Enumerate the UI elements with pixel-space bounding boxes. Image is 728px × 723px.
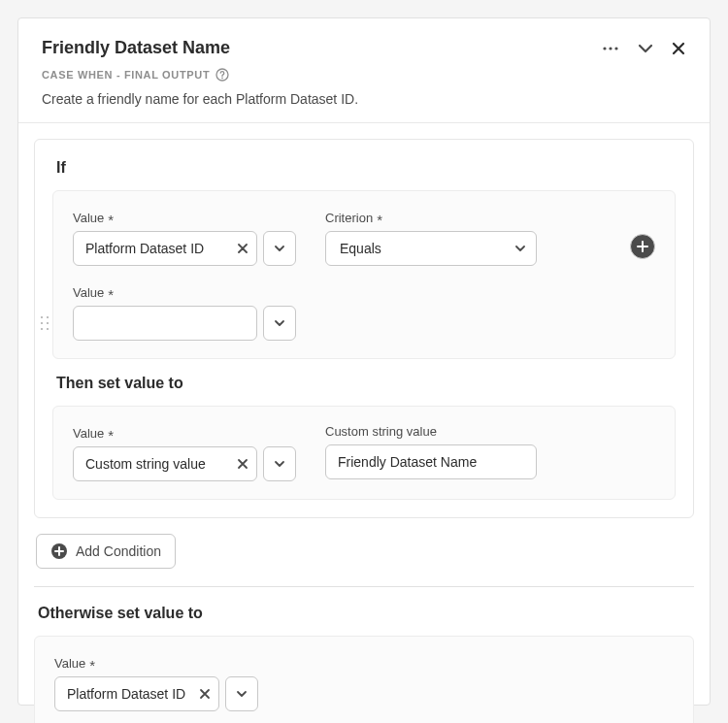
svg-point-0 bbox=[603, 47, 606, 49]
then-row: Value* Custom string value bbox=[73, 424, 655, 481]
value1-combo: Platform Dataset ID bbox=[73, 231, 296, 266]
custom-string-input[interactable] bbox=[325, 444, 537, 479]
panel-subtitle: CASE WHEN - FINAL OUTPUT bbox=[42, 68, 686, 82]
svg-point-7 bbox=[41, 322, 43, 324]
then-value-combo: Custom string value bbox=[73, 446, 296, 481]
close-icon[interactable] bbox=[671, 41, 686, 56]
svg-point-6 bbox=[47, 316, 49, 318]
otherwise-value-text: Platform Dataset ID bbox=[67, 686, 185, 702]
svg-point-9 bbox=[41, 328, 43, 330]
collapse-icon[interactable] bbox=[638, 41, 653, 56]
otherwise-value-label: Value* bbox=[54, 654, 674, 671]
then-heading: Then set value to bbox=[56, 375, 676, 392]
otherwise-box: Value* Platform Dataset ID bbox=[34, 636, 694, 723]
value2-group: Value* bbox=[73, 283, 296, 341]
subtitle-text: CASE WHEN - FINAL OUTPUT bbox=[42, 69, 210, 81]
panel-actions bbox=[601, 39, 686, 58]
svg-point-2 bbox=[614, 47, 617, 49]
then-value-dropdown-button[interactable] bbox=[263, 446, 296, 481]
otherwise-value-combo: Platform Dataset ID bbox=[54, 676, 674, 711]
svg-point-8 bbox=[47, 322, 49, 324]
then-value-group: Value* Custom string value bbox=[73, 424, 296, 481]
divider bbox=[34, 586, 694, 587]
then-value-input[interactable]: Custom string value bbox=[73, 446, 257, 481]
if-condition-box: Value* Platform Dataset ID bbox=[52, 190, 676, 359]
drag-handle-icon[interactable] bbox=[40, 315, 50, 331]
value1-input[interactable]: Platform Dataset ID bbox=[73, 231, 257, 266]
rule-builder-panel: Friendly Dataset Name CASE WHEN - FINAL … bbox=[17, 17, 711, 706]
clear-icon[interactable] bbox=[199, 688, 211, 700]
criterion-select[interactable]: Equals bbox=[325, 231, 537, 266]
panel-header: Friendly Dataset Name CASE WHEN - FINAL … bbox=[18, 18, 710, 123]
criterion-group: Criterion* Equals bbox=[325, 209, 537, 266]
criterion-label: Criterion* bbox=[325, 209, 537, 225]
then-value-text: Custom string value bbox=[85, 456, 206, 472]
help-icon[interactable] bbox=[215, 68, 229, 82]
value2-combo bbox=[73, 306, 296, 341]
svg-point-5 bbox=[41, 316, 43, 318]
panel-body: If Value* Platform Dataset ID bbox=[18, 123, 710, 723]
add-criterion-button[interactable] bbox=[630, 234, 655, 259]
otherwise-heading: Otherwise set value to bbox=[38, 605, 694, 622]
value1-label: Value* bbox=[73, 209, 296, 225]
if-row-1: Value* Platform Dataset ID bbox=[73, 209, 655, 266]
page-title: Friendly Dataset Name bbox=[42, 38, 230, 58]
then-value-label: Value* bbox=[73, 424, 296, 441]
add-condition-button[interactable]: Add Condition bbox=[36, 534, 176, 569]
clear-icon[interactable] bbox=[237, 458, 248, 470]
then-box: Value* Custom string value bbox=[52, 406, 676, 500]
if-heading: If bbox=[56, 159, 676, 177]
custom-string-label: Custom string value bbox=[325, 424, 537, 439]
panel-description: Create a friendly name for each Platform… bbox=[42, 91, 686, 107]
otherwise-value-group: Value* Platform Dataset ID bbox=[54, 654, 674, 711]
criterion-text: Equals bbox=[340, 241, 381, 256]
add-condition-label: Add Condition bbox=[76, 543, 161, 559]
svg-point-1 bbox=[609, 47, 612, 49]
otherwise-value-input[interactable]: Platform Dataset ID bbox=[54, 676, 219, 711]
custom-string-group: Custom string value bbox=[325, 424, 537, 479]
svg-point-10 bbox=[47, 328, 49, 330]
clear-icon[interactable] bbox=[237, 243, 248, 254]
value1-text: Platform Dataset ID bbox=[85, 241, 204, 256]
if-then-section: If Value* Platform Dataset ID bbox=[34, 139, 694, 518]
value1-group: Value* Platform Dataset ID bbox=[73, 209, 296, 266]
value1-dropdown-button[interactable] bbox=[263, 231, 296, 266]
plus-circle-icon bbox=[50, 542, 68, 560]
more-icon[interactable] bbox=[601, 39, 620, 58]
value2-input[interactable] bbox=[73, 306, 257, 341]
if-row-2: Value* bbox=[73, 283, 655, 341]
otherwise-dropdown-button[interactable] bbox=[225, 676, 258, 711]
value2-label: Value* bbox=[73, 283, 296, 300]
value2-dropdown-button[interactable] bbox=[263, 306, 296, 341]
chevron-down-icon bbox=[514, 243, 526, 254]
panel-header-row: Friendly Dataset Name bbox=[42, 38, 686, 58]
svg-point-4 bbox=[222, 78, 224, 80]
